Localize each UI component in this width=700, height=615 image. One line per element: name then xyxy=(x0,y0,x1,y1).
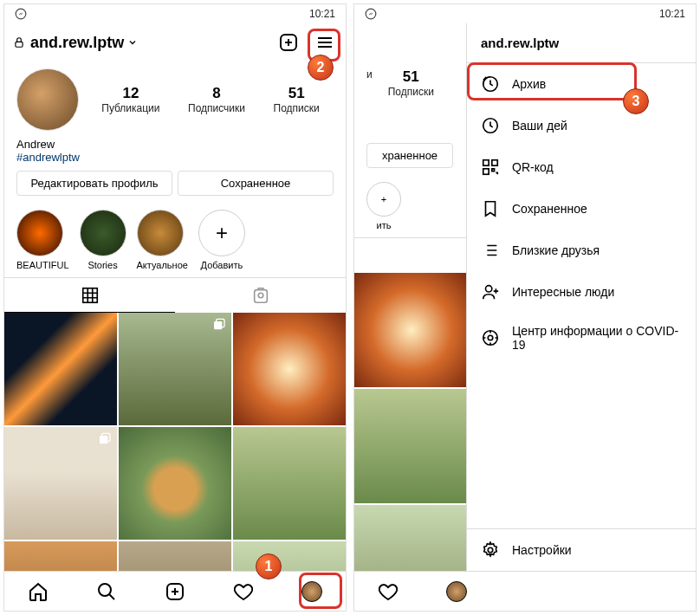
stat-following[interactable]: 51Подписки xyxy=(388,68,434,98)
post-cell[interactable] xyxy=(4,313,117,425)
highlight-actual[interactable]: Актуальное xyxy=(137,210,188,270)
stat-followers[interactable]: 8Подписчики xyxy=(188,85,245,114)
side-drawer: and.rew.lptw Архив Ваши дей QR-код Сохра… xyxy=(466,23,696,571)
drawer-item-qr[interactable]: QR-код xyxy=(467,146,696,188)
saved-button[interactable]: Сохраненное xyxy=(178,171,334,196)
top-bar: and.rew.lptw xyxy=(4,23,346,62)
post-cell[interactable] xyxy=(354,273,469,387)
discover-icon xyxy=(481,282,500,301)
nav-profile[interactable] xyxy=(277,572,346,611)
svg-point-12 xyxy=(366,9,376,19)
tab-tagged[interactable] xyxy=(175,278,346,313)
drawer-item-covid[interactable]: Центр информации о COVID-19 xyxy=(467,313,696,363)
status-bar: 10:21 xyxy=(4,4,346,23)
post-cell[interactable] xyxy=(119,313,231,425)
highlight-beautiful[interactable]: BEAUTIFUL xyxy=(16,210,69,270)
drawer-item-activity[interactable]: Ваши дей xyxy=(467,105,696,146)
status-bar: 10:21 xyxy=(354,4,696,23)
svg-rect-20 xyxy=(483,169,489,174)
drawer-item-discover[interactable]: Интересные люди xyxy=(467,271,696,313)
bio-hashtag[interactable]: #andrewlptw xyxy=(16,151,334,164)
svg-rect-6 xyxy=(214,321,222,329)
svg-point-23 xyxy=(488,335,493,340)
posts-grid xyxy=(4,313,346,612)
nav-search[interactable] xyxy=(73,572,141,611)
highlights-row: BEAUTIFUL Stories Актуальное +Добавить xyxy=(4,204,346,277)
svg-rect-19 xyxy=(492,160,497,165)
phone-left: 10:21 and.rew.lptw 12Публикации 8Подписч… xyxy=(3,3,347,612)
lock-icon xyxy=(13,36,25,49)
bottom-nav xyxy=(354,571,696,611)
svg-rect-4 xyxy=(254,290,267,303)
stat-following[interactable]: 51Подписки xyxy=(274,85,320,114)
status-time: 10:21 xyxy=(309,8,335,20)
svg-point-24 xyxy=(488,547,493,553)
svg-rect-18 xyxy=(483,160,489,165)
tab-grid[interactable] xyxy=(4,278,175,313)
gear-icon xyxy=(481,541,500,560)
highlight-add[interactable]: +Добавить xyxy=(198,210,245,270)
bookmark-icon xyxy=(481,199,500,218)
list-icon xyxy=(481,241,500,260)
svg-rect-8 xyxy=(100,436,107,443)
shazam-icon xyxy=(365,8,377,20)
post-cell[interactable] xyxy=(233,427,346,540)
drawer-item-settings[interactable]: Настройки xyxy=(467,529,696,571)
status-time: 10:21 xyxy=(659,8,685,20)
bio-name: Andrew xyxy=(16,138,334,151)
bio: Andrew #andrewlptw xyxy=(4,138,346,171)
nav-avatar xyxy=(301,581,322,602)
nav-activity[interactable] xyxy=(209,572,277,611)
stat-posts[interactable]: 12Публикации xyxy=(101,85,159,114)
profile-header: 12Публикации 8Подписчики 51Подписки xyxy=(4,62,346,138)
archive-icon xyxy=(481,74,500,94)
nav-profile[interactable] xyxy=(423,572,491,611)
username-dropdown[interactable]: and.rew.lptw xyxy=(30,34,138,52)
covid-icon xyxy=(481,328,500,347)
post-cell[interactable] xyxy=(119,427,231,540)
nav-add[interactable] xyxy=(141,572,210,611)
shazam-icon xyxy=(15,8,27,20)
saved-button-cut[interactable]: храненное xyxy=(366,143,453,168)
menu-button[interactable] xyxy=(313,30,337,55)
drawer-item-close-friends[interactable]: Близкие друзья xyxy=(467,230,696,271)
phone-right: 10:21 и 51Подписки храненное +ить and.re… xyxy=(353,3,697,612)
post-cell[interactable] xyxy=(4,427,117,540)
content-tabs xyxy=(4,277,346,313)
svg-rect-3 xyxy=(82,288,97,302)
stat-posts-cut[interactable]: и xyxy=(366,68,373,98)
edit-profile-button[interactable]: Редактировать профиль xyxy=(16,171,172,196)
nav-home[interactable] xyxy=(4,572,73,611)
drawer-item-archive[interactable]: Архив xyxy=(467,63,696,105)
svg-point-5 xyxy=(258,293,263,298)
svg-point-0 xyxy=(16,9,26,19)
chevron-down-icon xyxy=(127,37,138,48)
svg-rect-1 xyxy=(16,42,23,47)
highlight-stories[interactable]: Stories xyxy=(80,210,126,270)
post-cell[interactable] xyxy=(233,313,346,425)
svg-point-21 xyxy=(486,286,492,292)
avatar[interactable] xyxy=(16,68,79,131)
svg-point-10 xyxy=(99,584,111,596)
drawer-item-saved[interactable]: Сохраненное xyxy=(467,188,696,230)
bottom-nav xyxy=(4,571,346,611)
add-post-button[interactable] xyxy=(276,30,301,55)
qr-icon xyxy=(481,158,500,177)
nav-activity[interactable] xyxy=(354,572,423,611)
post-cell[interactable] xyxy=(354,389,469,503)
activity-icon xyxy=(481,116,500,135)
drawer-username: and.rew.lptw xyxy=(467,23,696,63)
